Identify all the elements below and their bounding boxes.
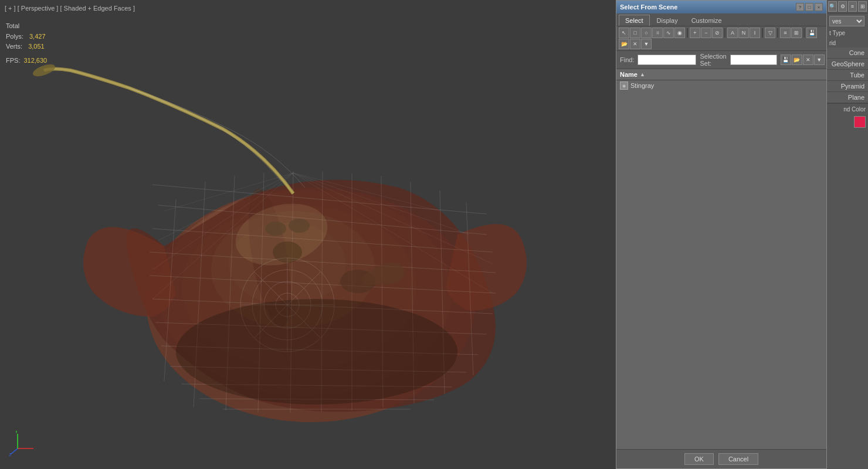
toolbar-select-cursor-button[interactable] [619, 28, 629, 38]
toolbar-separator-1 [687, 28, 688, 38]
toolbar-select-box-button[interactable] [630, 28, 640, 38]
toolbar-separator-4 [777, 28, 778, 38]
svg-point-51 [176, 299, 457, 405]
toolbar-select-circle-button[interactable] [641, 28, 652, 38]
viewport-header: [ + ] [ Perspective ] [ Shaded + Edged F… [5, 5, 135, 12]
cancel-button[interactable]: Cancel [718, 453, 758, 465]
dialog-title: Select From Scene [620, 4, 677, 11]
toolbar-list-view-button[interactable] [780, 28, 791, 38]
toolbar-subtract-selection-button[interactable]: − [701, 28, 711, 38]
icon-settings[interactable]: ⚙ [838, 1, 847, 12]
menu-item-pyramid[interactable]: Pyramid [827, 81, 868, 92]
stats-verts-row: Verts: 3,051 [6, 42, 47, 52]
far-right-panel: 🔍 ⚙ ≡ ⊞ ves t Type rid Cone GeoSphere Tu… [827, 0, 868, 469]
find-label: Find: [620, 56, 634, 63]
toolbar-select-paint-button[interactable] [674, 28, 685, 38]
toolbar-grid-view-button[interactable]: ⊞ [791, 28, 802, 38]
stats-total-row: Total [6, 21, 47, 32]
toolbar-dropdown-button[interactable]: ▼ [641, 39, 652, 49]
dialog-tabs: Select Display Customize [616, 13, 826, 26]
viewport-3d[interactable]: [ + ] [ Perspective ] [ Shaded + Edged F… [0, 0, 616, 469]
toolbar-invert-all-button[interactable]: I [750, 28, 760, 38]
axis-indicator: X Y Z [9, 431, 35, 457]
color-section-header: nd Color [827, 103, 868, 114]
toolbar-select-none-button[interactable]: N [738, 28, 749, 38]
stats-fps-row: FPS: 312,630 [6, 56, 47, 66]
grid-label: rid [827, 38, 868, 47]
toolbar-separator-5 [803, 28, 805, 38]
toolbar-delete-button[interactable]: ✕ [630, 39, 640, 49]
dialog-maximize-button[interactable]: □ [805, 3, 813, 11]
menu-item-geosphere[interactable]: GeoSphere [827, 59, 868, 70]
toolbar-select-all-button[interactable]: A [727, 28, 738, 38]
select-from-scene-dialog: Select From Scene ? □ × Select Display C… [616, 0, 827, 469]
main-container: [ + ] [ Perspective ] [ Shaded + Edged F… [0, 0, 868, 469]
menu-item-plane[interactable]: Plane [827, 92, 868, 103]
selection-set-label: Selection Set: [700, 53, 726, 67]
color-swatch[interactable] [854, 116, 866, 128]
tab-customize[interactable]: Customize [685, 15, 728, 26]
find-dropdown-button[interactable]: ▼ [814, 55, 825, 65]
menu-item-tube[interactable]: Tube [827, 70, 868, 81]
stingray-model-svg [0, 0, 616, 469]
dialog-titlebar: Select From Scene ? □ × [616, 1, 826, 13]
svg-text:Y: Y [15, 431, 18, 434]
tab-display[interactable]: Display [650, 15, 684, 26]
toolbar-save-button[interactable]: 💾 [806, 28, 817, 38]
svg-text:Z: Z [9, 453, 12, 457]
viewport-stats: Total Polys: 3,427 Verts: 3,051 FPS: 312… [6, 21, 47, 66]
dialog-help-button[interactable]: ? [796, 3, 804, 11]
dialog-footer: OK Cancel [616, 449, 826, 468]
toolbar-select-fence-button[interactable] [652, 28, 663, 38]
toolbar-load-button[interactable]: 📂 [619, 39, 629, 49]
find-save-button[interactable]: 💾 [781, 55, 791, 65]
toolbar-invert-selection-button[interactable] [712, 28, 723, 38]
stats-polys-row: Polys: 3,427 [6, 32, 47, 42]
find-row: Find: Selection Set: 💾 📂 ✕ ▼ [616, 51, 826, 69]
name-column-header[interactable]: Name ▲ [616, 69, 826, 80]
icon-list[interactable]: ≡ [848, 1, 857, 12]
svg-text:X: X [35, 446, 35, 451]
toolbar-row: + − A N I ⊞ 💾 📂 ✕ ▼ [616, 26, 826, 51]
find-input[interactable] [638, 55, 696, 65]
ok-button[interactable]: OK [684, 453, 714, 465]
find-buttons: 💾 📂 ✕ ▼ [781, 55, 825, 65]
dialog-close-button[interactable]: × [815, 3, 823, 11]
toolbar-select-lasso-button[interactable] [663, 28, 674, 38]
top-icon-row: 🔍 ⚙ ≡ ⊞ [827, 0, 868, 13]
toolbar-separator-2 [724, 28, 725, 38]
icon-grid[interactable]: ⊞ [858, 1, 867, 12]
right-panel: Select From Scene ? □ × Select Display C… [616, 0, 868, 469]
object-type-label: t Type [827, 28, 868, 38]
list-item[interactable]: ◈ Stingray [616, 80, 826, 91]
find-delete-button[interactable]: ✕ [803, 55, 813, 65]
toolbar-add-selection-button[interactable]: + [690, 28, 700, 38]
toolbar-filter-button[interactable] [765, 28, 775, 38]
icon-search[interactable]: 🔍 [828, 1, 837, 12]
find-open-button[interactable]: 📂 [792, 55, 802, 65]
object-icon: ◈ [620, 81, 628, 90]
selection-set-input[interactable] [730, 55, 777, 65]
ives-dropdown[interactable]: ves [829, 16, 864, 26]
menu-item-cone[interactable]: Cone [827, 47, 868, 59]
color-swatch-row [827, 114, 868, 130]
tab-select[interactable]: Select [619, 15, 650, 26]
object-list[interactable]: ◈ Stingray [616, 80, 826, 449]
svg-line-57 [11, 448, 18, 454]
titlebar-buttons: ? □ × [796, 3, 823, 11]
toolbar-separator-3 [762, 28, 763, 38]
